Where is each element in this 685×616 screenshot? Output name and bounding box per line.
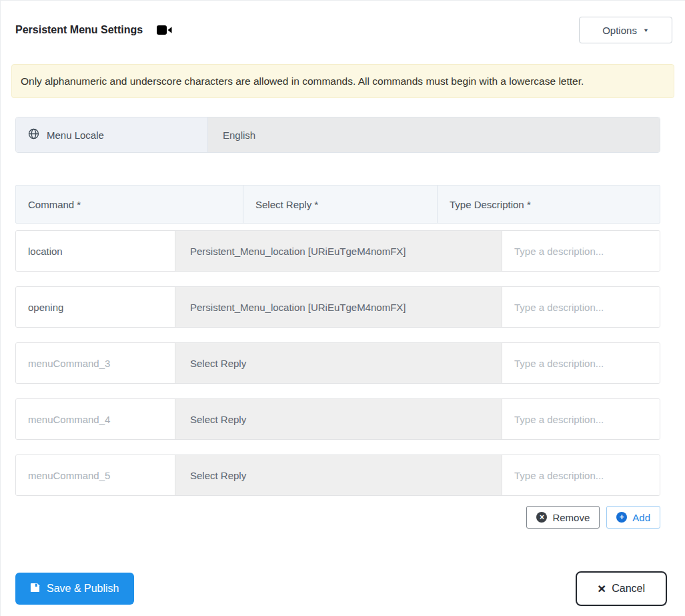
command-input[interactable] [16,399,175,439]
table-header-command: Command * [16,186,243,223]
menu-locale-label: Menu Locale [16,117,208,152]
menu-locale-value[interactable]: English [208,117,660,152]
description-input[interactable] [502,399,660,439]
close-icon: × [598,581,606,597]
page-title: Persistent Menu Settings [15,24,143,36]
remove-button-label: Remove [552,512,590,523]
description-input[interactable] [502,455,660,495]
options-button-label: Options [602,25,637,36]
command-input[interactable] [16,455,175,495]
command-input[interactable] [16,231,175,271]
reply-select[interactable]: Select Reply [175,399,502,439]
cancel-label: Cancel [612,583,645,595]
table-header-reply: Select Reply * [243,186,437,223]
remove-circle-icon: × [536,512,547,523]
reply-select[interactable]: Select Reply [175,343,502,383]
warning-alert: Only alphanumeric and underscore charact… [11,64,674,98]
table-row: Select Reply [15,454,660,496]
card-footer: Save & Publish × Cancel [1,571,685,606]
table-row: Select Reply [15,342,660,384]
caret-down-icon: ▼ [643,27,649,33]
table-header-description: Type Description * [437,186,660,223]
remove-button[interactable]: × Remove [526,506,600,529]
table-row: Select Reply [15,398,660,440]
reply-select[interactable]: Persistent_Menu_location [URiEuTgeM4nomF… [175,231,502,271]
video-camera-icon [157,24,173,36]
table-row: Persistent_Menu_location [URiEuTgeM4nomF… [15,230,660,272]
description-input[interactable] [502,231,660,271]
menu-locale-row: Menu Locale English [15,117,660,153]
reply-select[interactable]: Persistent_Menu_location [URiEuTgeM4nomF… [175,287,502,327]
menu-locale-label-text: Menu Locale [47,129,104,141]
card-header: Persistent Menu Settings Options ▼ [1,17,685,43]
persistent-menu-settings-card: Persistent Menu Settings Options ▼ Only … [0,0,685,616]
table-header-row: Command * Select Reply * Type Descriptio… [15,185,660,224]
add-button[interactable]: + Add [606,506,660,529]
add-circle-icon: + [616,512,627,523]
save-publish-label: Save & Publish [47,583,119,595]
description-input[interactable] [502,287,660,327]
reply-select[interactable]: Select Reply [175,455,502,495]
command-input[interactable] [16,287,175,327]
description-input[interactable] [502,343,660,383]
command-input[interactable] [16,343,175,383]
cancel-button[interactable]: × Cancel [576,571,667,606]
save-icon [30,583,40,595]
globe-icon [28,128,39,141]
table-row: Persistent_Menu_location [URiEuTgeM4nomF… [15,286,660,328]
add-button-label: Add [632,512,650,523]
save-publish-button[interactable]: Save & Publish [15,573,134,605]
row-actions: × Remove + Add [15,506,660,529]
options-button[interactable]: Options ▼ [579,17,672,43]
